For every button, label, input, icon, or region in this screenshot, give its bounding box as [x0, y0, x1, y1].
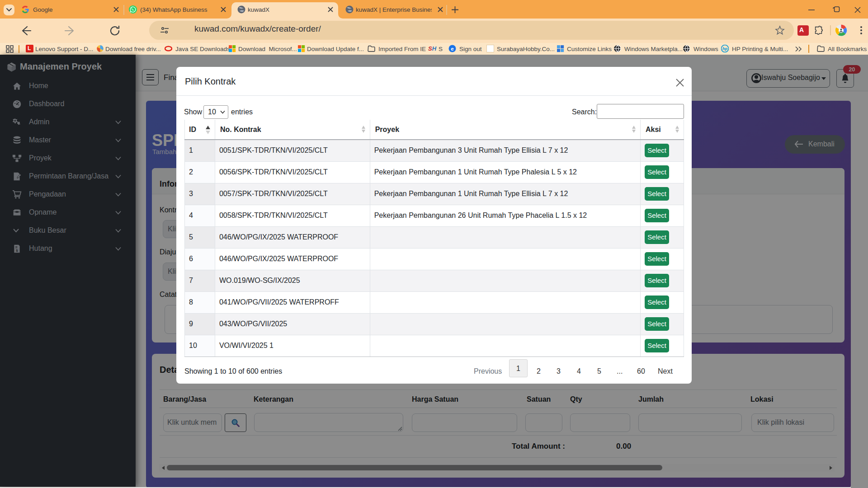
- svg-text:e: e: [451, 46, 454, 52]
- svg-text:hp: hp: [722, 47, 728, 51]
